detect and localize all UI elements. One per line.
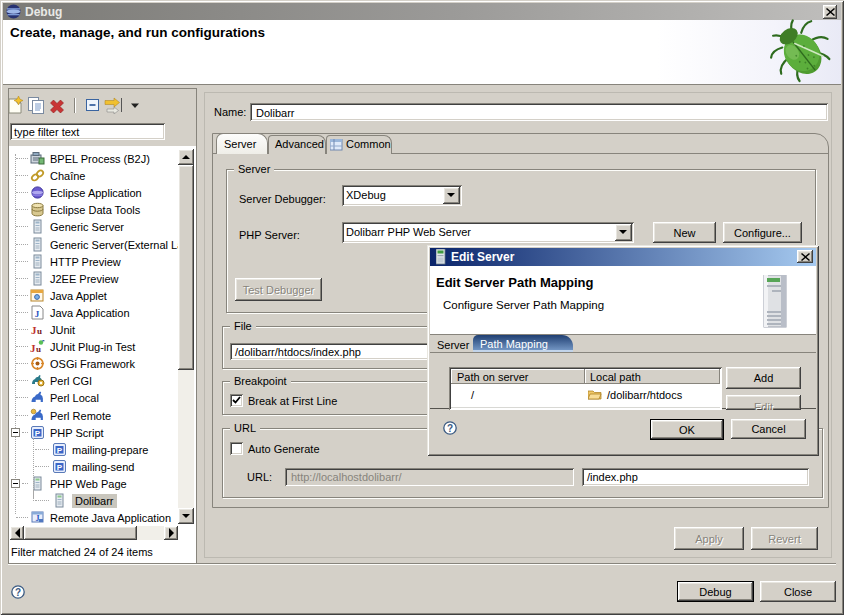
svg-text:?: ?	[447, 423, 453, 434]
svg-text:P: P	[35, 429, 41, 438]
svg-text:u: u	[37, 326, 42, 336]
svg-text:u: u	[36, 344, 41, 354]
svg-text:P: P	[57, 446, 63, 455]
svg-text:J: J	[36, 514, 40, 523]
svg-text:P: P	[57, 463, 63, 472]
svg-text:J: J	[35, 309, 40, 319]
svg-text:?: ?	[15, 587, 21, 598]
